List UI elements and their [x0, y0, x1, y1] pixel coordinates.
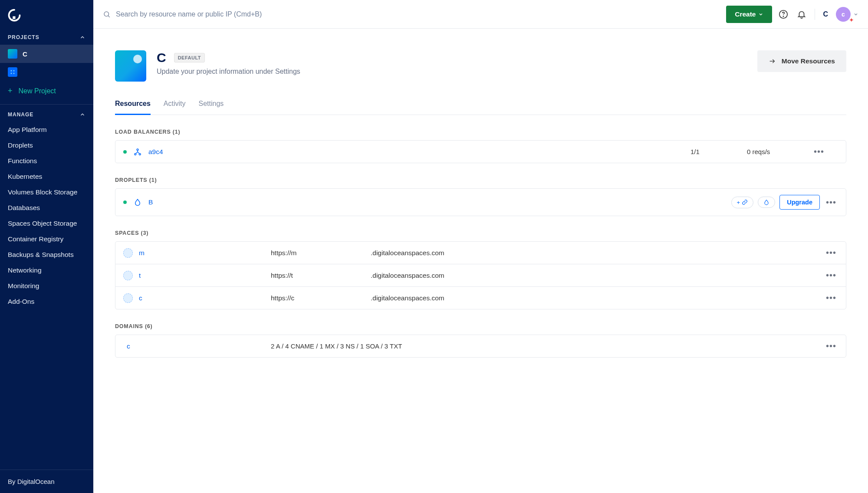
resource-name[interactable]: a9c4 — [148, 148, 163, 156]
space-row[interactable]: m https://m .digitaloceanspaces.com ••• — [115, 242, 846, 264]
svg-point-2 — [11, 70, 12, 72]
droplet-icon — [134, 198, 141, 206]
search-input[interactable] — [116, 10, 722, 18]
tab-settings[interactable]: Settings — [199, 95, 224, 115]
move-resources-button[interactable]: Move Resources — [757, 50, 846, 72]
svg-rect-1 — [11, 19, 13, 21]
resource-name[interactable]: t — [139, 272, 141, 279]
section-domains-head: DOMAINS (6) — [115, 323, 846, 329]
new-project-button[interactable]: + New Project — [0, 81, 93, 103]
manage-monitoring[interactable]: Monitoring — [0, 278, 93, 294]
section-load-balancers-head: LOAD BALANCERS (1) — [115, 129, 846, 135]
sidebar: PROJECTS C + New Project MANAGE App Plat… — [0, 0, 93, 493]
droplet-pill[interactable] — [758, 197, 775, 208]
main: Create C c ✦ C — [93, 0, 868, 493]
space-url-domain: .digitaloceanspaces.com — [371, 249, 812, 257]
help-button[interactable] — [776, 7, 790, 21]
more-menu[interactable]: ••• — [824, 197, 838, 207]
chevron-up-icon — [79, 112, 85, 118]
space-url-domain: .digitaloceanspaces.com — [371, 272, 812, 279]
chevron-down-icon — [758, 12, 763, 17]
topbar: Create C c ✦ — [93, 0, 868, 29]
status-dot-icon — [123, 200, 127, 204]
space-icon — [123, 293, 133, 303]
load-balancers-card: a9c4 1/1 0 reqs/s ••• — [115, 140, 846, 163]
manage-droplets[interactable]: Droplets — [0, 138, 93, 153]
default-badge: DEFAULT — [174, 53, 205, 62]
domain-row[interactable]: c 2 A / 4 CNAME / 1 MX / 3 NS / 1 SOA / … — [115, 335, 846, 357]
more-menu[interactable]: ••• — [812, 147, 838, 157]
manage-volumes[interactable]: Volumes Block Storage — [0, 184, 93, 200]
search-icon — [103, 10, 111, 18]
space-icon — [123, 271, 133, 280]
svg-point-5 — [13, 73, 15, 74]
manage-app-platform[interactable]: App Platform — [0, 122, 93, 138]
sidebar-project-other[interactable] — [0, 63, 93, 81]
digitalocean-icon — [8, 9, 21, 22]
space-url-prefix: https://c — [271, 294, 332, 302]
projects-header[interactable]: PROJECTS — [0, 30, 93, 45]
manage-functions[interactable]: Functions — [0, 153, 93, 169]
bell-icon — [797, 10, 806, 19]
sidebar-project-c[interactable]: C — [0, 45, 93, 63]
account-letter[interactable]: C — [823, 10, 828, 18]
domain-records: 2 A / 4 CNAME / 1 MX / 3 NS / 1 SOA / 3 … — [271, 342, 812, 350]
project-title: C — [157, 50, 166, 65]
manage-addons[interactable]: Add-Ons — [0, 294, 93, 309]
svg-point-3 — [13, 70, 15, 72]
project-icon — [8, 67, 17, 77]
move-resources-label: Move Resources — [782, 57, 835, 65]
more-menu[interactable]: ••• — [824, 270, 838, 280]
spaces-card: m https://m .digitaloceanspaces.com ••• … — [115, 241, 846, 309]
chevron-up-icon — [79, 34, 85, 40]
droplet-small-icon — [763, 199, 769, 205]
more-menu[interactable]: ••• — [824, 341, 838, 351]
create-button[interactable]: Create — [726, 6, 772, 23]
manage-header[interactable]: MANAGE — [0, 107, 93, 122]
section-spaces-head: SPACES (3) — [115, 230, 846, 236]
tab-activity[interactable]: Activity — [164, 95, 186, 115]
brand-logo[interactable] — [0, 0, 93, 30]
space-row[interactable]: c https://c .digitaloceanspaces.com ••• — [115, 287, 846, 309]
tab-resources[interactable]: Resources — [115, 95, 151, 115]
space-row[interactable]: t https://t .digitaloceanspaces.com ••• — [115, 264, 846, 287]
resource-name[interactable]: m — [139, 249, 145, 257]
divider — [815, 9, 815, 20]
manage-spaces[interactable]: Spaces Object Storage — [0, 216, 93, 231]
manage-kubernetes[interactable]: Kubernetes — [0, 169, 93, 184]
search-wrap — [103, 10, 722, 18]
user-menu[interactable]: c ✦ — [836, 7, 858, 22]
divider — [0, 104, 93, 105]
droplet-row[interactable]: B + Upgrade ••• — [115, 189, 846, 216]
resource-name[interactable]: c — [139, 294, 142, 302]
space-url-prefix: https://m — [271, 249, 332, 257]
manage-networking[interactable]: Networking — [0, 263, 93, 278]
section-droplets-head: DROPLETS (1) — [115, 177, 846, 183]
notifications-button[interactable] — [795, 7, 809, 21]
more-menu[interactable]: ••• — [824, 293, 838, 303]
new-project-label: New Project — [19, 87, 56, 95]
content: C DEFAULT Update your project informatio… — [93, 29, 868, 375]
add-tag-pill[interactable]: + — [731, 197, 754, 208]
more-menu[interactable]: ••• — [824, 248, 838, 258]
space-url-prefix: https://t — [271, 272, 332, 279]
manage-container-registry[interactable]: Container Registry — [0, 231, 93, 247]
upgrade-button[interactable]: Upgrade — [779, 195, 820, 210]
project-header: C DEFAULT Update your project informatio… — [115, 50, 846, 82]
resource-name[interactable]: B — [148, 198, 153, 206]
arrow-right-icon — [769, 58, 776, 65]
domains-card: c 2 A / 4 CNAME / 1 MX / 3 NS / 1 SOA / … — [115, 335, 846, 358]
manage-backups[interactable]: Backups & Snapshots — [0, 247, 93, 263]
avatar: c — [836, 7, 851, 22]
project-label: C — [23, 50, 27, 58]
space-icon — [123, 248, 133, 258]
link-icon — [742, 199, 748, 205]
load-balancer-icon — [134, 148, 141, 156]
load-balancer-row[interactable]: a9c4 1/1 0 reqs/s ••• — [115, 141, 846, 163]
plus-icon: + — [8, 86, 13, 95]
create-label: Create — [735, 10, 756, 18]
lb-reqs: 0 reqs/s — [747, 148, 808, 155]
resource-name[interactable]: c — [127, 342, 271, 350]
manage-databases[interactable]: Databases — [0, 200, 93, 216]
manage-header-label: MANAGE — [8, 112, 33, 118]
